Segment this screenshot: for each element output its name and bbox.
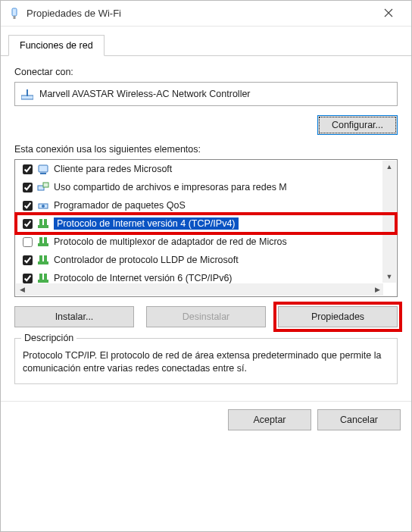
install-button[interactable]: Instalar...	[14, 306, 134, 327]
wifi-adapter-icon	[8, 8, 20, 20]
proto6-icon	[37, 272, 49, 284]
scrollbar-vertical[interactable]: ▲ ▼	[382, 161, 396, 283]
svg-rect-17	[39, 255, 42, 262]
svg-rect-7	[43, 183, 48, 187]
svg-point-9	[42, 205, 45, 208]
list-item[interactable]: Protocolo de multiplexor de adaptador de…	[15, 233, 383, 251]
tab-content: Conectar con: Marvell AVASTAR Wireless-A…	[1, 56, 411, 401]
svg-rect-4	[39, 165, 48, 172]
list-item-label: Cliente para redes Microsoft	[54, 164, 172, 174]
proto-icon	[37, 217, 49, 230]
mux-icon	[37, 236, 49, 248]
svg-rect-15	[44, 237, 47, 244]
list-item-checkbox[interactable]	[23, 183, 33, 192]
list-item[interactable]: Programador de paquetes QoS	[15, 196, 383, 214]
scroll-right-icon[interactable]: ▶	[371, 283, 383, 296]
list-item-label: Uso compartido de archivos e impresoras …	[54, 182, 287, 192]
uninstall-button: Desinstalar	[146, 306, 266, 327]
tab-networking[interactable]: Funciones de red	[8, 35, 105, 56]
cancel-button[interactable]: Cancelar	[317, 409, 401, 430]
list-item[interactable]: Controlador de protocolo LLDP de Microso…	[15, 251, 383, 269]
qos-icon	[37, 199, 49, 211]
titlebar: Propiedades de Wi-Fi	[1, 1, 411, 27]
connect-with-label: Conectar con:	[14, 67, 398, 77]
list-item-checkbox[interactable]	[23, 237, 33, 247]
list-item-label: Protocolo de Internet versión 6 (TCP/IPv…	[54, 273, 233, 283]
list-item-checkbox[interactable]	[23, 255, 33, 265]
list-item[interactable]: Protocolo de Internet versión 4 (TCP/IPv…	[15, 214, 383, 233]
adapter-box: Marvell AVASTAR Wireless-AC Network Cont…	[14, 82, 398, 106]
svg-rect-21	[44, 274, 47, 280]
svg-rect-1	[14, 16, 16, 19]
lldp-icon	[37, 254, 49, 266]
list-item-label: Protocolo de multiplexor de adaptador de…	[54, 236, 287, 247]
client-icon	[37, 163, 49, 175]
description-text: Protocolo TCP/IP. El protocolo de red de…	[23, 350, 381, 374]
svg-rect-12	[44, 219, 47, 226]
description-legend: Descripción	[21, 332, 76, 345]
description-group: Descripción Protocolo TCP/IP. El protoco…	[14, 338, 398, 384]
svg-rect-11	[39, 219, 42, 226]
svg-rect-5	[40, 173, 46, 174]
dialog-buttons: Aceptar Cancelar	[1, 401, 411, 441]
close-button[interactable]	[373, 8, 404, 20]
tab-strip: Funciones de red	[1, 27, 411, 56]
elements-label: Esta conexión usa los siguientes element…	[14, 144, 398, 155]
ok-button[interactable]: Aceptar	[228, 409, 311, 430]
component-button-row: Instalar... Desinstalar Propiedades	[14, 306, 398, 327]
list-item-label: Protocolo de Internet versión 4 (TCP/IPv…	[54, 217, 239, 230]
svg-rect-3	[27, 89, 28, 96]
svg-rect-18	[44, 255, 47, 262]
scrollbar-horizontal[interactable]: ◀ ▶	[16, 283, 383, 296]
svg-rect-14	[39, 237, 42, 244]
scroll-down-icon[interactable]: ▼	[382, 271, 396, 283]
list-item-label: Controlador de protocolo LLDP de Microso…	[54, 255, 239, 265]
list-item-checkbox[interactable]	[23, 219, 33, 229]
list-item-label: Programador de paquetes QoS	[54, 200, 186, 211]
share-icon	[37, 181, 49, 193]
configure-button[interactable]: Configurar...	[317, 115, 398, 135]
svg-rect-0	[12, 8, 17, 16]
adapter-name: Marvell AVASTAR Wireless-AC Network Cont…	[39, 89, 251, 99]
svg-rect-20	[39, 274, 42, 280]
properties-button[interactable]: Propiedades	[278, 306, 398, 327]
list-item[interactable]: Cliente para redes Microsoft	[15, 160, 383, 178]
list-item-checkbox[interactable]	[23, 201, 33, 211]
adapter-icon	[21, 88, 33, 100]
scroll-up-icon[interactable]: ▲	[382, 161, 396, 173]
components-list[interactable]: Cliente para redes MicrosoftUso comparti…	[14, 159, 398, 297]
list-item-checkbox[interactable]	[23, 274, 33, 283]
window-title: Propiedades de Wi-Fi	[27, 8, 373, 19]
scroll-left-icon[interactable]: ◀	[16, 283, 28, 296]
components-list-wrap: Cliente para redes MicrosoftUso comparti…	[14, 159, 398, 297]
list-item-checkbox[interactable]	[23, 164, 33, 174]
list-item[interactable]: Uso compartido de archivos e impresoras …	[15, 178, 383, 196]
